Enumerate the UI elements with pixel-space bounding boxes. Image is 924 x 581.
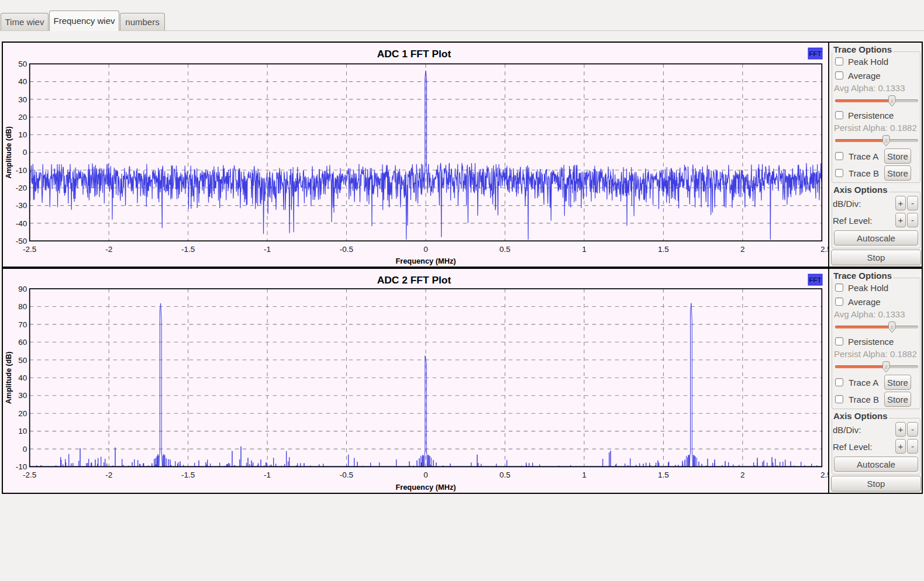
svg-text:ADC 1 FFT Plot: ADC 1 FFT Plot [377,48,451,60]
svg-text:-1: -1 [264,471,271,479]
svg-text:40: 40 [18,77,27,86]
svg-text:30: 30 [18,391,27,400]
svg-text:1.5: 1.5 [658,471,669,479]
svg-text:-20: -20 [16,184,27,192]
svg-text:20: 20 [18,113,27,122]
svg-text:-30: -30 [16,201,27,210]
svg-text:30: 30 [18,95,27,104]
svg-text:40: 40 [18,374,27,382]
svg-text:Amplitude (dB): Amplitude (dB) [5,126,13,179]
svg-text:FFT: FFT [809,50,821,57]
svg-text:ADC 2 FFT Plot: ADC 2 FFT Plot [377,274,451,286]
svg-text:-0.5: -0.5 [340,245,353,254]
svg-text:-2.5: -2.5 [23,245,36,254]
svg-text:1.5: 1.5 [658,245,669,254]
svg-text:1: 1 [582,471,587,479]
svg-text:10: 10 [18,130,27,139]
svg-text:2: 2 [740,245,745,254]
svg-text:50: 50 [18,60,27,68]
svg-text:-40: -40 [16,219,27,228]
svg-text:Frequency (MHz): Frequency (MHz) [395,483,456,492]
svg-text:2.5: 2.5 [820,245,828,254]
svg-text:-10: -10 [16,166,27,175]
svg-text:-1.5: -1.5 [181,245,195,254]
svg-text:70: 70 [18,320,27,329]
svg-text:-0.5: -0.5 [340,471,353,479]
svg-text:-1.5: -1.5 [181,471,195,479]
svg-text:0: 0 [23,445,27,454]
svg-text:Frequency (MHz): Frequency (MHz) [395,257,456,265]
svg-text:-50: -50 [16,237,27,245]
svg-text:-2.5: -2.5 [23,471,36,479]
svg-text:Amplitude (dB): Amplitude (dB) [5,351,13,404]
svg-text:2: 2 [740,471,745,479]
svg-text:90: 90 [18,285,27,293]
svg-text:0: 0 [423,245,428,254]
svg-text:80: 80 [18,302,27,311]
svg-text:-10: -10 [16,462,27,471]
svg-text:10: 10 [18,427,27,435]
svg-text:FFT: FFT [809,276,821,283]
svg-text:50: 50 [18,356,27,365]
svg-text:-2: -2 [105,471,112,479]
svg-text:1: 1 [582,245,587,254]
svg-text:20: 20 [18,409,27,418]
svg-text:60: 60 [18,338,27,347]
svg-text:-2: -2 [105,245,112,254]
svg-text:0: 0 [423,471,428,479]
svg-text:-1: -1 [264,245,271,254]
svg-text:0.5: 0.5 [499,245,511,254]
svg-text:2.5: 2.5 [820,471,828,479]
svg-text:0: 0 [23,148,27,157]
svg-text:0.5: 0.5 [499,471,511,479]
